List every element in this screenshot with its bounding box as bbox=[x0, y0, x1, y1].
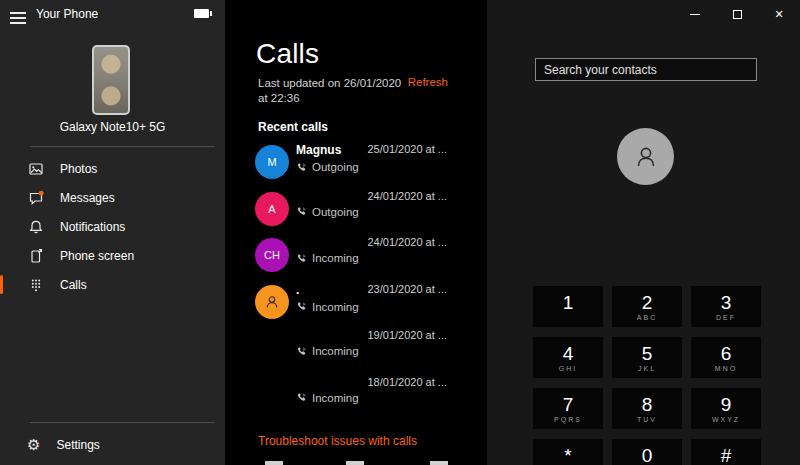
call-direction: Incoming bbox=[312, 252, 359, 264]
last-updated-row: Last updated on 26/01/2020 at 22:36 Refr… bbox=[258, 76, 448, 106]
avatar bbox=[255, 331, 289, 365]
dialpad-key-1[interactable]: 1 bbox=[533, 286, 603, 327]
battery-icon bbox=[194, 9, 209, 18]
call-direction: Incoming bbox=[312, 301, 359, 313]
dialpad-key-9[interactable]: 9WXYZ bbox=[691, 388, 761, 429]
troubleshoot-link[interactable]: Troubleshoot issues with calls bbox=[258, 434, 417, 448]
avatar: M bbox=[255, 145, 289, 179]
caller-name: . bbox=[296, 283, 299, 297]
sidebar: Your Phone Galaxy Note10+ 5G Photos Mess… bbox=[0, 0, 225, 465]
dialpad-key-8[interactable]: 8TUV bbox=[612, 388, 682, 429]
maximize-icon bbox=[733, 10, 742, 19]
call-icon bbox=[296, 301, 307, 312]
call-direction: Incoming bbox=[312, 392, 359, 404]
dialer-panel: ✕ 1 2ABC 3DEF 4GHI 5JKL 6MNO 7PQRS 8TUV … bbox=[487, 0, 800, 465]
close-button[interactable]: ✕ bbox=[758, 0, 800, 28]
call-icon bbox=[296, 346, 307, 357]
call-icon bbox=[296, 162, 307, 173]
dialpad-key-7[interactable]: 7PQRS bbox=[533, 388, 603, 429]
search-input[interactable] bbox=[535, 58, 757, 81]
sidebar-divider bbox=[30, 146, 215, 147]
sidebar-item-label: Messages bbox=[60, 191, 115, 205]
call-entry[interactable]: 19/01/2020 at ... Incoming bbox=[255, 329, 455, 376]
dialpad-key-hash[interactable]: # bbox=[691, 439, 761, 465]
last-updated-text: Last updated on 26/01/2020 at 22:36 bbox=[258, 76, 406, 106]
dialpad-key-star[interactable]: * bbox=[533, 439, 603, 465]
call-date: 25/01/2020 at ... bbox=[367, 143, 447, 155]
sidebar-item-photos[interactable]: Photos bbox=[0, 154, 225, 183]
avatar: A bbox=[255, 192, 289, 226]
sidebar-item-phone-screen[interactable]: Phone screen bbox=[0, 241, 225, 270]
dialpad-key-2[interactable]: 2ABC bbox=[612, 286, 682, 327]
settings-divider bbox=[30, 422, 215, 423]
selected-indicator bbox=[0, 275, 3, 294]
dialpad: 1 2ABC 3DEF 4GHI 5JKL 6MNO 7PQRS 8TUV 9W… bbox=[533, 286, 761, 465]
call-list: M Magnus25/01/2020 at ... Outgoing A 24/… bbox=[255, 143, 455, 422]
call-date: 24/01/2020 at ... bbox=[367, 190, 447, 202]
avatar bbox=[255, 285, 289, 319]
app-title: Your Phone bbox=[36, 7, 98, 21]
window-controls: ✕ bbox=[674, 0, 800, 28]
call-entry[interactable]: M Magnus25/01/2020 at ... Outgoing bbox=[255, 143, 455, 190]
device-name: Galaxy Note10+ 5G bbox=[0, 120, 225, 134]
sidebar-item-calls[interactable]: Calls bbox=[0, 270, 225, 299]
partial-element bbox=[265, 461, 283, 465]
partial-element bbox=[346, 461, 364, 465]
call-direction: Incoming bbox=[312, 345, 359, 357]
avatar bbox=[255, 378, 289, 412]
person-icon bbox=[263, 293, 281, 311]
call-date: 19/01/2020 at ... bbox=[367, 329, 447, 341]
minimize-button[interactable] bbox=[674, 0, 716, 28]
call-icon bbox=[296, 253, 307, 264]
partial-element bbox=[430, 461, 448, 465]
sidebar-item-label: Settings bbox=[56, 438, 99, 452]
call-icon bbox=[296, 206, 307, 217]
messages-icon bbox=[27, 189, 44, 206]
close-icon: ✕ bbox=[774, 9, 783, 20]
avatar: CH bbox=[255, 238, 289, 272]
sidebar-item-messages[interactable]: Messages bbox=[0, 183, 225, 212]
caller-name: Magnus bbox=[296, 143, 341, 157]
dialpad-key-5[interactable]: 5JKL bbox=[612, 337, 682, 378]
dialpad-key-3[interactable]: 3DEF bbox=[691, 286, 761, 327]
dialpad-key-6[interactable]: 6MNO bbox=[691, 337, 761, 378]
call-entry[interactable]: 18/01/2020 at ... Incoming bbox=[255, 376, 455, 423]
page-title: Calls bbox=[256, 38, 319, 70]
dialpad-key-4[interactable]: 4GHI bbox=[533, 337, 603, 378]
your-phone-app: Your Phone Galaxy Note10+ 5G Photos Mess… bbox=[0, 0, 800, 465]
sidebar-item-label: Notifications bbox=[60, 220, 125, 234]
sidebar-item-settings[interactable]: ⚙ Settings bbox=[0, 430, 225, 459]
call-date: 23/01/2020 at ... bbox=[367, 283, 447, 295]
call-direction: Outgoing bbox=[312, 206, 359, 218]
sidebar-item-label: Calls bbox=[60, 278, 87, 292]
call-icon bbox=[296, 392, 307, 403]
contact-avatar bbox=[617, 128, 674, 185]
phone-wallpaper-thumbnail bbox=[92, 45, 130, 115]
sidebar-item-label: Photos bbox=[60, 162, 97, 176]
dialpad-icon bbox=[27, 276, 44, 293]
recent-calls-heading: Recent calls bbox=[258, 120, 328, 134]
call-direction: Outgoing bbox=[312, 161, 359, 173]
call-entry[interactable]: .23/01/2020 at ... Incoming bbox=[255, 283, 455, 330]
calls-panel: Calls Last updated on 26/01/2020 at 22:3… bbox=[225, 0, 487, 465]
refresh-button[interactable]: Refresh bbox=[408, 76, 448, 106]
sidebar-item-label: Phone screen bbox=[60, 249, 134, 263]
call-entry[interactable]: CH 24/01/2020 at ... Incoming bbox=[255, 236, 455, 283]
minimize-icon bbox=[690, 14, 700, 15]
phone-screen-icon bbox=[27, 247, 44, 264]
call-date: 24/01/2020 at ... bbox=[367, 236, 447, 248]
dialpad-key-0[interactable]: 0 bbox=[612, 439, 682, 465]
hamburger-menu-icon[interactable] bbox=[8, 6, 34, 26]
bell-icon bbox=[27, 218, 44, 235]
sidebar-nav: Photos Messages Notifications Phone scre… bbox=[0, 154, 225, 299]
photos-icon bbox=[27, 160, 44, 177]
call-date: 18/01/2020 at ... bbox=[367, 376, 447, 388]
call-entry[interactable]: A 24/01/2020 at ... Outgoing bbox=[255, 190, 455, 237]
person-icon bbox=[631, 142, 661, 172]
maximize-button[interactable] bbox=[716, 0, 758, 28]
gear-icon: ⚙ bbox=[27, 436, 40, 454]
sidebar-item-notifications[interactable]: Notifications bbox=[0, 212, 225, 241]
